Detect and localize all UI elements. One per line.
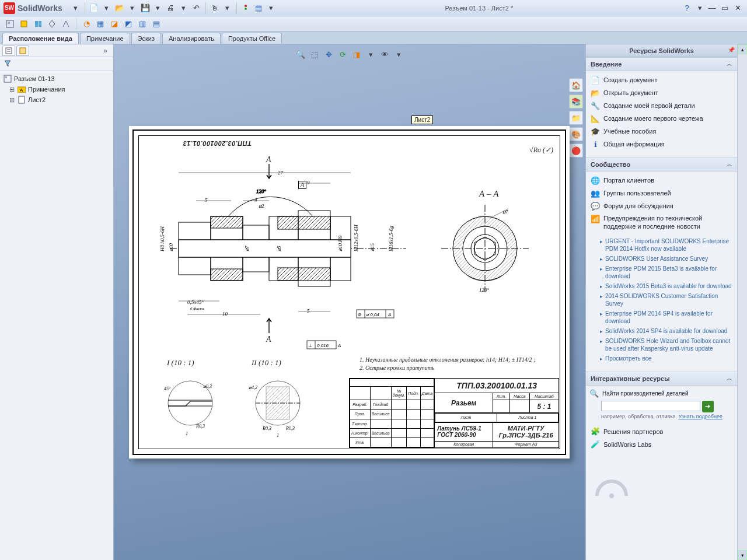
open-doc-button[interactable]: 📂 — [113, 2, 126, 15]
save-button[interactable]: 💾 — [139, 2, 152, 15]
tool-icon-2[interactable] — [18, 18, 30, 30]
select-button[interactable]: 🖱 — [208, 2, 221, 15]
community-groups[interactable]: 👥Группы пользователей — [589, 187, 734, 200]
taskpane-explorer-icon[interactable]: 📁 — [569, 111, 583, 125]
news-link[interactable]: Просмотреть все — [605, 355, 651, 362]
tab-evaluate[interactable]: Анализировать — [162, 33, 221, 44]
intro-create-doc[interactable]: 📄Создать документ — [589, 74, 734, 86]
news-link[interactable]: 2014 SOLIDWORKS Customer Satisfaction Su… — [605, 292, 734, 307]
expand-icon[interactable]: ⊞ — [8, 96, 15, 104]
drawing-sheet[interactable]: ТПП.03.200100.01.13 √Ra (✓) А – А А А А … — [129, 126, 570, 459]
news-item[interactable]: ▸URGENT - Important SOLIDWORKS Enterpris… — [600, 236, 734, 254]
minimize-button[interactable]: — — [706, 4, 718, 13]
tool-icon-8[interactable]: ◪ — [108, 18, 121, 30]
sw-labs[interactable]: 🧪SolidWorks Labs — [589, 438, 734, 451]
help-button[interactable]: ? — [680, 2, 693, 15]
tab-sketch[interactable]: Эскиз — [131, 33, 161, 44]
news-item[interactable]: ▸Enterprise PDM 2015 Beta3 is available … — [600, 264, 734, 281]
expand-icon[interactable]: ⊞ — [8, 86, 15, 93]
tree-root[interactable]: Разъем 01-13 — [1, 74, 112, 84]
taskpane-library-icon[interactable]: 📚 — [569, 94, 583, 108]
zoom-fit-icon[interactable]: 🔍 — [294, 48, 307, 61]
tool-icon-9[interactable]: ◩ — [122, 18, 135, 30]
news-link[interactable]: Enterprise PDM 2014 SP4 is available for… — [605, 310, 734, 325]
tool-icon-5[interactable] — [60, 18, 72, 30]
new-doc-button[interactable]: 📄 — [88, 2, 100, 15]
search-go-button[interactable]: ➔ — [702, 401, 714, 412]
brand-dropdown[interactable]: ▾ — [69, 2, 82, 15]
tree-annotations[interactable]: ⊞ A Примечания — [1, 84, 112, 94]
help-dropdown[interactable]: ▾ — [693, 2, 706, 15]
news-item[interactable]: ▸SOLIDWORKS User Assistance Survey — [600, 254, 734, 264]
fm-collapse-button[interactable]: » — [100, 47, 111, 55]
options-button[interactable]: ▤ — [252, 2, 265, 15]
taskpane-pin-icon[interactable]: 📌 — [728, 47, 735, 53]
new-dropdown[interactable]: ▾ — [100, 2, 113, 15]
intro-first-part[interactable]: 🔧Создание моей первой детали — [589, 99, 734, 112]
print-button[interactable]: 🖨 — [165, 2, 177, 15]
intro-general-info[interactable]: ℹОбщая информация — [589, 138, 734, 150]
filter-icon[interactable] — [2, 59, 13, 68]
taskpane-appearances-icon[interactable]: 🔴 — [569, 144, 583, 158]
supplier-search-input[interactable] — [601, 401, 700, 411]
rotate-icon[interactable]: ⟳ — [336, 48, 349, 61]
news-item[interactable]: ▸2014 SOLIDWORKS Customer Satisfaction S… — [600, 291, 734, 309]
news-link[interactable]: SolidWorks 2015 Beta3 is available for d… — [605, 282, 732, 290]
news-link[interactable]: Enterprise PDM 2015 Beta3 is available f… — [605, 265, 734, 280]
fm-tab-tree[interactable] — [2, 46, 15, 56]
print-dropdown[interactable]: ▾ — [177, 2, 190, 15]
community-forum[interactable]: 💬Форум для обсуждения — [589, 200, 734, 212]
intro-open-doc[interactable]: 📂Открыть документ — [589, 86, 734, 99]
select-dropdown[interactable]: ▾ — [221, 2, 234, 15]
pan-icon[interactable]: ✥ — [322, 48, 335, 61]
save-dropdown[interactable]: ▾ — [152, 2, 165, 15]
scroll-up-icon[interactable]: ▴ — [738, 44, 747, 54]
graphics-area[interactable]: 🔍 ⬚ ✥ ⟳ ◨ ▾ 👁 ▾ 🏠 📚 📁 🎨 🔴 Лист2 ТПП.03.2… — [114, 44, 585, 560]
news-item[interactable]: ▸SolidWorks 2015 Beta3 is available for … — [600, 281, 734, 291]
tool-icon-4[interactable] — [46, 18, 58, 30]
intro-tutorials[interactable]: 🎓Учебные пособия — [589, 125, 734, 138]
tab-office[interactable]: Продукты Office — [222, 33, 282, 44]
intro-first-drawing[interactable]: 📐Создание моего первого чертежа — [589, 112, 734, 125]
news-item[interactable]: ▸SOLIDWORKS Hole Wizard and Toolbox cann… — [600, 336, 734, 354]
news-link[interactable]: SOLIDWORKS Hole Wizard and Toolbox canno… — [605, 337, 734, 352]
section-interactive-header[interactable]: Интерактивные ресурсы ︿ — [586, 372, 737, 386]
tool-icon-3[interactable] — [32, 18, 44, 30]
section-view-icon[interactable]: ◨ — [350, 48, 363, 61]
hide-show-dropdown[interactable]: ▾ — [392, 48, 405, 61]
tool-icon-10[interactable]: ▥ — [136, 18, 149, 30]
tool-icon-11[interactable]: ▤ — [150, 18, 163, 30]
zoom-area-icon[interactable]: ⬚ — [308, 48, 321, 61]
partner-solutions[interactable]: 🧩Решения партнеров — [589, 425, 734, 438]
news-view-all[interactable]: ▸Просмотреть все — [600, 354, 734, 363]
news-item[interactable]: ▸SolidWorks 2014 SP4 is available for do… — [600, 326, 734, 336]
taskpane-home-icon[interactable]: 🏠 — [569, 78, 583, 92]
taskpane-view-icon[interactable]: 🎨 — [569, 127, 583, 141]
tab-view-layout[interactable]: Расположение вида — [2, 33, 79, 44]
search-hint-link[interactable]: Узнать подробнее — [678, 414, 722, 419]
section-intro-header[interactable]: Введение ︿ — [586, 57, 737, 71]
vertical-scrollbar[interactable]: ▴ ▾ — [737, 44, 747, 560]
community-alerts[interactable]: 📶Предупреждения по технической поддержке… — [589, 212, 734, 233]
news-link[interactable]: URGENT - Important SOLIDWORKS Enterprise… — [605, 237, 734, 253]
community-portal[interactable]: 🌐Портал клиентов — [589, 174, 734, 187]
close-button[interactable]: ✕ — [732, 4, 743, 13]
news-item[interactable]: ▸Enterprise PDM 2014 SP4 is available fo… — [600, 309, 734, 326]
tool-icon-7[interactable]: ▦ — [94, 18, 107, 30]
tool-icon-1[interactable] — [4, 18, 16, 30]
hide-show-icon[interactable]: 👁 — [378, 48, 391, 61]
section-community-header[interactable]: Сообщество ︿ — [586, 158, 737, 172]
tool-icon-6[interactable]: ◔ — [80, 18, 93, 30]
traffic-light-icon[interactable] — [239, 2, 252, 15]
scroll-down-icon[interactable]: ▾ — [738, 550, 747, 560]
display-style-icon[interactable]: ▾ — [364, 48, 377, 61]
news-link[interactable]: SolidWorks 2014 SP4 is available for dow… — [605, 327, 727, 335]
open-dropdown[interactable]: ▾ — [126, 2, 139, 15]
maximize-button[interactable]: ▭ — [719, 4, 731, 13]
tree-sheet[interactable]: ⊞ Лист2 — [1, 94, 112, 105]
tab-annotation[interactable]: Примечание — [80, 33, 130, 44]
fm-tab-2[interactable] — [16, 46, 29, 56]
news-link[interactable]: SOLIDWORKS User Assistance Survey — [605, 255, 708, 262]
undo-button[interactable]: ↶ — [190, 2, 203, 15]
options-dropdown[interactable]: ▾ — [265, 2, 278, 15]
